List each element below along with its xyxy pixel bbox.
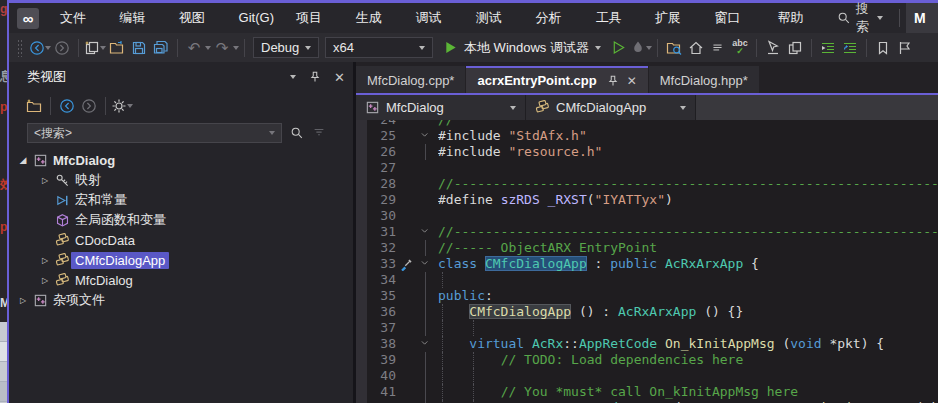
chevron-down-icon [127,104,133,108]
menu-item-8[interactable]: 测试(S) [465,3,525,33]
expander-icon[interactable]: ▷ [37,176,53,185]
tab-MfcDialog.hpp[interactable]: MfcDialog.hpp* [649,66,759,93]
indent-guide [442,368,443,384]
pin-icon[interactable] [308,70,322,84]
bookmark-button[interactable] [872,36,894,60]
code-token: ( [587,192,595,207]
window-position-icon[interactable] [290,75,296,79]
menu-item-12[interactable]: 窗口(W) [704,3,767,33]
menu-item-4[interactable]: Git(G) [228,3,285,33]
menu-item-7[interactable]: 调试(D) [404,3,464,33]
new-folder-button[interactable] [23,94,45,118]
code-token: // TODO: Load dependencies here [501,352,744,367]
class-view-forward-button[interactable] [78,94,100,118]
spell-check-button[interactable]: abc✓ [729,36,751,60]
vs-logo-icon[interactable]: ∞ [17,8,39,29]
fold-margin [414,144,438,160]
editor-group: MfcDialog.cpp*acrxEntryPoint.cpp✕MfcDial… [356,62,938,403]
code-text: class CMfcDialogApp : public AcRxArxApp … [438,256,938,272]
code-line: 31//------------------------------------… [356,224,938,240]
code-editor[interactable]: 24//25#include "StdAfx.h"26#include "res… [356,120,938,403]
expander-icon[interactable]: ◢ [15,155,31,165]
tab-MfcDialog.cpp[interactable]: MfcDialog.cpp* [356,66,465,93]
tree-item-label: 全局函数和变量 [71,210,170,230]
code-text: // [438,120,938,128]
expander-icon[interactable]: ▷ [15,296,31,305]
flag-button[interactable] [894,36,916,60]
navigate-cursor-button[interactable] [762,36,784,60]
menu-item-9[interactable]: 分析(N) [524,3,584,33]
class-view-back-button[interactable] [56,94,78,118]
undo-button[interactable]: ↶ [183,36,205,60]
tree-item-全局函数和变量[interactable]: 全局函数和变量 [9,210,353,230]
code-text [438,368,938,384]
wrench-spacer [400,288,414,304]
scope-dropdown[interactable]: MfcDialog [356,95,526,120]
menu-item-11[interactable]: 扩展(X) [644,3,704,33]
tree-item-label: 映射 [71,170,105,190]
wrench-spacer [400,120,414,128]
redo-button[interactable]: ↷ [211,36,233,60]
start-debugging-button[interactable]: 本地 Windows 调试器 [436,36,608,60]
tree-item-杂项文件[interactable]: ▷杂项文件 [9,290,353,310]
fold-collapse-icon[interactable] [414,336,438,352]
quick-search-button[interactable]: 搜索 [827,0,893,36]
tree-item-CMfcDialogApp[interactable]: ▷CMfcDialogApp [9,250,353,270]
save-all-button[interactable] [150,36,172,60]
platform-dropdown[interactable]: x64 [325,37,433,58]
hot-reload-button[interactable] [630,36,652,60]
fold-collapse-icon[interactable] [414,256,438,272]
wrench-spacer [400,192,414,208]
tree-item-label: MfcDialog [71,272,137,289]
menu-item-6[interactable]: 生成(B) [345,3,405,33]
expander-icon[interactable]: ▷ [37,276,53,285]
search-icon[interactable] [290,126,304,140]
start-without-debugging-button[interactable] [608,36,630,60]
menu-item-13[interactable]: 帮助(H) [766,3,826,33]
new-item-button[interactable] [84,36,106,60]
line-number: 31 [356,224,400,240]
menu-item-2[interactable]: 编辑(E) [108,3,168,33]
increase-indent-button[interactable] [839,36,861,60]
pin-icon[interactable] [606,74,620,88]
member-dropdown[interactable]: CMfcDialogApp [526,95,696,120]
fold-margin [414,272,438,288]
tree-item-MfcDialog[interactable]: ◢MfcDialog [9,150,353,170]
sync-with-active-document-button[interactable] [685,36,707,60]
line-number: 40 [356,368,400,384]
navigation-bar-empty [696,95,938,120]
tree-item-映射[interactable]: ▷映射 [9,170,353,190]
close-icon[interactable]: ✕ [627,75,637,87]
navigate-back-button[interactable] [29,36,51,60]
tree-item-MfcDialog[interactable]: ▷MfcDialog [9,270,353,290]
copy-button[interactable] [784,36,806,60]
code-text: //----- ObjectARX EntryPoint [438,240,938,256]
tab-acrxEntryPoint.cpp[interactable]: acrxEntryPoint.cpp✕ [466,66,647,93]
close-icon[interactable]: ✕ [334,71,345,84]
fold-collapse-icon[interactable] [414,224,438,240]
clear-search-icon[interactable] [312,126,326,140]
menu-item-5[interactable]: 项目(P) [285,3,345,33]
toolbar-drag-handle[interactable] [17,39,23,57]
member-label: CMfcDialogApp [556,100,646,115]
open-file-button[interactable] [106,36,128,60]
save-button[interactable] [128,36,150,60]
find-in-files-button[interactable] [663,36,685,60]
tree-item-CDocData[interactable]: CDocData [9,230,353,250]
debug-config-dropdown[interactable]: Debug [253,37,319,58]
abc-icon: abc✓ [732,39,748,56]
class-view-settings-button[interactable] [111,94,133,118]
quick-actions-icon[interactable] [400,256,414,272]
tree-item-宏和常量[interactable]: 宏和常量 [9,190,353,210]
menu-item-3[interactable]: 视图(V) [168,3,228,33]
expander-icon[interactable]: ▷ [37,256,53,265]
menu-item-10[interactable]: 工具(T) [585,3,644,33]
decrease-indent-button[interactable] [817,36,839,60]
code-token: // You *must* call On_kInitAppMsg here [501,384,798,399]
line-options-button[interactable] [707,36,729,60]
navigate-forward-button[interactable] [51,36,73,60]
menu-item-1[interactable]: 文件(F) [49,3,108,33]
fold-collapse-icon[interactable] [414,128,438,144]
highlighted-symbol: CMfcDialogApp [469,304,571,319]
search-input[interactable]: <搜索> [27,123,282,143]
